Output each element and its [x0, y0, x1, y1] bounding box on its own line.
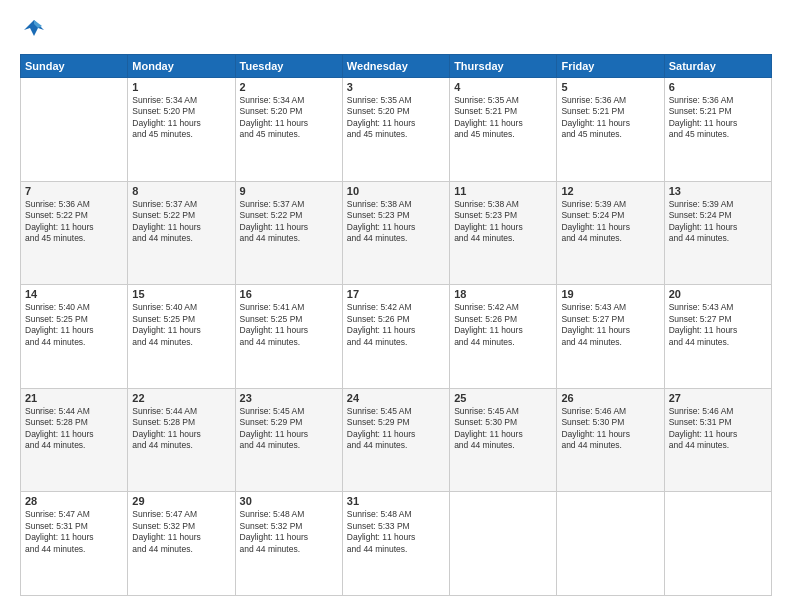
- calendar-cell: 31Sunrise: 5:48 AM Sunset: 5:33 PM Dayli…: [342, 492, 449, 596]
- day-number: 23: [240, 392, 338, 404]
- day-number: 25: [454, 392, 552, 404]
- day-number: 27: [669, 392, 767, 404]
- calendar-cell: 8Sunrise: 5:37 AM Sunset: 5:22 PM Daylig…: [128, 181, 235, 285]
- calendar-cell: 3Sunrise: 5:35 AM Sunset: 5:20 PM Daylig…: [342, 78, 449, 182]
- day-info: Sunrise: 5:46 AM Sunset: 5:31 PM Dayligh…: [669, 406, 767, 452]
- day-number: 14: [25, 288, 123, 300]
- logo: [20, 16, 52, 44]
- calendar-week-row: 21Sunrise: 5:44 AM Sunset: 5:28 PM Dayli…: [21, 388, 772, 492]
- calendar-cell: [664, 492, 771, 596]
- calendar-day-header: Wednesday: [342, 55, 449, 78]
- calendar-week-row: 7Sunrise: 5:36 AM Sunset: 5:22 PM Daylig…: [21, 181, 772, 285]
- calendar-cell: 1Sunrise: 5:34 AM Sunset: 5:20 PM Daylig…: [128, 78, 235, 182]
- day-number: 2: [240, 81, 338, 93]
- day-number: 18: [454, 288, 552, 300]
- calendar-cell: [557, 492, 664, 596]
- calendar-cell: 9Sunrise: 5:37 AM Sunset: 5:22 PM Daylig…: [235, 181, 342, 285]
- calendar-cell: 13Sunrise: 5:39 AM Sunset: 5:24 PM Dayli…: [664, 181, 771, 285]
- day-info: Sunrise: 5:41 AM Sunset: 5:25 PM Dayligh…: [240, 302, 338, 348]
- calendar-cell: 15Sunrise: 5:40 AM Sunset: 5:25 PM Dayli…: [128, 285, 235, 389]
- calendar-cell: 26Sunrise: 5:46 AM Sunset: 5:30 PM Dayli…: [557, 388, 664, 492]
- day-info: Sunrise: 5:42 AM Sunset: 5:26 PM Dayligh…: [347, 302, 445, 348]
- calendar-cell: 28Sunrise: 5:47 AM Sunset: 5:31 PM Dayli…: [21, 492, 128, 596]
- calendar-day-header: Monday: [128, 55, 235, 78]
- day-info: Sunrise: 5:43 AM Sunset: 5:27 PM Dayligh…: [561, 302, 659, 348]
- day-number: 22: [132, 392, 230, 404]
- day-info: Sunrise: 5:44 AM Sunset: 5:28 PM Dayligh…: [132, 406, 230, 452]
- day-info: Sunrise: 5:45 AM Sunset: 5:29 PM Dayligh…: [240, 406, 338, 452]
- day-info: Sunrise: 5:35 AM Sunset: 5:20 PM Dayligh…: [347, 95, 445, 141]
- day-number: 15: [132, 288, 230, 300]
- day-info: Sunrise: 5:35 AM Sunset: 5:21 PM Dayligh…: [454, 95, 552, 141]
- day-number: 20: [669, 288, 767, 300]
- calendar-cell: 25Sunrise: 5:45 AM Sunset: 5:30 PM Dayli…: [450, 388, 557, 492]
- day-info: Sunrise: 5:48 AM Sunset: 5:33 PM Dayligh…: [347, 509, 445, 555]
- day-number: 8: [132, 185, 230, 197]
- calendar-week-row: 1Sunrise: 5:34 AM Sunset: 5:20 PM Daylig…: [21, 78, 772, 182]
- day-info: Sunrise: 5:34 AM Sunset: 5:20 PM Dayligh…: [240, 95, 338, 141]
- day-info: Sunrise: 5:39 AM Sunset: 5:24 PM Dayligh…: [561, 199, 659, 245]
- day-number: 31: [347, 495, 445, 507]
- calendar-cell: 4Sunrise: 5:35 AM Sunset: 5:21 PM Daylig…: [450, 78, 557, 182]
- calendar-cell: [450, 492, 557, 596]
- day-number: 19: [561, 288, 659, 300]
- day-number: 29: [132, 495, 230, 507]
- day-number: 1: [132, 81, 230, 93]
- day-info: Sunrise: 5:39 AM Sunset: 5:24 PM Dayligh…: [669, 199, 767, 245]
- day-info: Sunrise: 5:36 AM Sunset: 5:21 PM Dayligh…: [561, 95, 659, 141]
- calendar-cell: 2Sunrise: 5:34 AM Sunset: 5:20 PM Daylig…: [235, 78, 342, 182]
- calendar-cell: 7Sunrise: 5:36 AM Sunset: 5:22 PM Daylig…: [21, 181, 128, 285]
- calendar-cell: 6Sunrise: 5:36 AM Sunset: 5:21 PM Daylig…: [664, 78, 771, 182]
- calendar-week-row: 28Sunrise: 5:47 AM Sunset: 5:31 PM Dayli…: [21, 492, 772, 596]
- day-info: Sunrise: 5:47 AM Sunset: 5:31 PM Dayligh…: [25, 509, 123, 555]
- day-info: Sunrise: 5:38 AM Sunset: 5:23 PM Dayligh…: [454, 199, 552, 245]
- day-number: 5: [561, 81, 659, 93]
- day-number: 21: [25, 392, 123, 404]
- calendar-cell: 12Sunrise: 5:39 AM Sunset: 5:24 PM Dayli…: [557, 181, 664, 285]
- day-number: 28: [25, 495, 123, 507]
- header: [20, 16, 772, 44]
- calendar-cell: 30Sunrise: 5:48 AM Sunset: 5:32 PM Dayli…: [235, 492, 342, 596]
- calendar-cell: 16Sunrise: 5:41 AM Sunset: 5:25 PM Dayli…: [235, 285, 342, 389]
- calendar-cell: [21, 78, 128, 182]
- calendar-table: SundayMondayTuesdayWednesdayThursdayFrid…: [20, 54, 772, 596]
- calendar-header-row: SundayMondayTuesdayWednesdayThursdayFrid…: [21, 55, 772, 78]
- day-info: Sunrise: 5:46 AM Sunset: 5:30 PM Dayligh…: [561, 406, 659, 452]
- day-info: Sunrise: 5:43 AM Sunset: 5:27 PM Dayligh…: [669, 302, 767, 348]
- calendar-week-row: 14Sunrise: 5:40 AM Sunset: 5:25 PM Dayli…: [21, 285, 772, 389]
- calendar-cell: 20Sunrise: 5:43 AM Sunset: 5:27 PM Dayli…: [664, 285, 771, 389]
- day-info: Sunrise: 5:42 AM Sunset: 5:26 PM Dayligh…: [454, 302, 552, 348]
- day-number: 26: [561, 392, 659, 404]
- calendar-day-header: Thursday: [450, 55, 557, 78]
- day-info: Sunrise: 5:37 AM Sunset: 5:22 PM Dayligh…: [132, 199, 230, 245]
- calendar-cell: 23Sunrise: 5:45 AM Sunset: 5:29 PM Dayli…: [235, 388, 342, 492]
- day-number: 12: [561, 185, 659, 197]
- page: SundayMondayTuesdayWednesdayThursdayFrid…: [0, 0, 792, 612]
- calendar-cell: 19Sunrise: 5:43 AM Sunset: 5:27 PM Dayli…: [557, 285, 664, 389]
- calendar-cell: 18Sunrise: 5:42 AM Sunset: 5:26 PM Dayli…: [450, 285, 557, 389]
- day-info: Sunrise: 5:40 AM Sunset: 5:25 PM Dayligh…: [25, 302, 123, 348]
- day-info: Sunrise: 5:40 AM Sunset: 5:25 PM Dayligh…: [132, 302, 230, 348]
- calendar-cell: 24Sunrise: 5:45 AM Sunset: 5:29 PM Dayli…: [342, 388, 449, 492]
- day-number: 4: [454, 81, 552, 93]
- day-number: 16: [240, 288, 338, 300]
- day-info: Sunrise: 5:48 AM Sunset: 5:32 PM Dayligh…: [240, 509, 338, 555]
- calendar-cell: 17Sunrise: 5:42 AM Sunset: 5:26 PM Dayli…: [342, 285, 449, 389]
- day-info: Sunrise: 5:36 AM Sunset: 5:22 PM Dayligh…: [25, 199, 123, 245]
- day-info: Sunrise: 5:37 AM Sunset: 5:22 PM Dayligh…: [240, 199, 338, 245]
- day-info: Sunrise: 5:38 AM Sunset: 5:23 PM Dayligh…: [347, 199, 445, 245]
- calendar-cell: 27Sunrise: 5:46 AM Sunset: 5:31 PM Dayli…: [664, 388, 771, 492]
- day-number: 10: [347, 185, 445, 197]
- calendar-cell: 29Sunrise: 5:47 AM Sunset: 5:32 PM Dayli…: [128, 492, 235, 596]
- calendar-cell: 10Sunrise: 5:38 AM Sunset: 5:23 PM Dayli…: [342, 181, 449, 285]
- day-number: 9: [240, 185, 338, 197]
- day-info: Sunrise: 5:45 AM Sunset: 5:29 PM Dayligh…: [347, 406, 445, 452]
- day-info: Sunrise: 5:47 AM Sunset: 5:32 PM Dayligh…: [132, 509, 230, 555]
- day-info: Sunrise: 5:45 AM Sunset: 5:30 PM Dayligh…: [454, 406, 552, 452]
- calendar-cell: 14Sunrise: 5:40 AM Sunset: 5:25 PM Dayli…: [21, 285, 128, 389]
- day-info: Sunrise: 5:44 AM Sunset: 5:28 PM Dayligh…: [25, 406, 123, 452]
- calendar-day-header: Sunday: [21, 55, 128, 78]
- calendar-day-header: Tuesday: [235, 55, 342, 78]
- day-number: 24: [347, 392, 445, 404]
- day-number: 6: [669, 81, 767, 93]
